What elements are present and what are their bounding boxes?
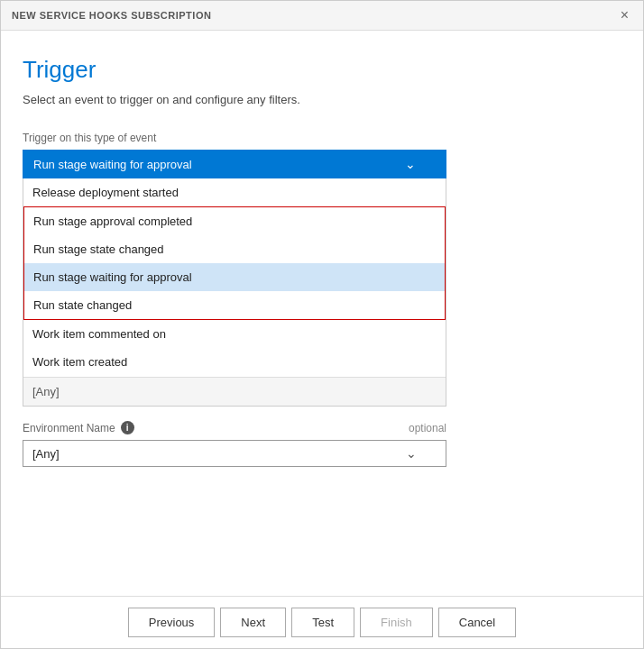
previous-button[interactable]: Previous <box>128 608 216 637</box>
list-item[interactable]: Run stage waiting for approval <box>24 263 445 291</box>
environment-label: Environment Name <box>23 422 115 434</box>
close-button[interactable]: × <box>617 8 632 23</box>
next-button[interactable]: Next <box>220 608 286 637</box>
trigger-dropdown-list: Release deployment started Run stage app… <box>23 178 446 407</box>
test-button[interactable]: Test <box>291 608 354 637</box>
environment-dropdown[interactable]: [Any] ⌄ <box>23 440 446 467</box>
page-subtitle: Select an event to trigger on and config… <box>23 93 621 106</box>
list-item[interactable]: Work item commented on <box>23 320 446 348</box>
trigger-dropdown-wrapper: Run stage waiting for approval ⌄ Release… <box>23 150 621 407</box>
list-item[interactable]: Run state changed <box>24 291 445 319</box>
dialog-footer: Previous Next Test Finish Cancel <box>1 596 643 648</box>
page-title: Trigger <box>23 56 621 84</box>
dialog: NEW SERVICE HOOKS SUBSCRIPTION × Trigger… <box>0 0 644 649</box>
chevron-down-icon: ⌄ <box>405 157 416 171</box>
any-filter: [Any] <box>23 377 446 406</box>
list-item[interactable]: Run stage state changed <box>24 235 445 263</box>
list-item[interactable]: Work item created <box>23 348 446 376</box>
optional-label: optional <box>409 422 446 434</box>
dialog-titlebar: NEW SERVICE HOOKS SUBSCRIPTION × <box>1 1 643 31</box>
env-label-left: Environment Name i <box>23 421 134 434</box>
trigger-dropdown-scrollable[interactable]: Release deployment started Run stage app… <box>23 178 446 377</box>
grouped-event-box: Run stage approval completed Run stage s… <box>23 206 446 320</box>
list-item[interactable]: Run stage approval completed <box>24 207 445 235</box>
cancel-button[interactable]: Cancel <box>438 608 516 637</box>
chevron-down-icon: ⌄ <box>406 446 417 461</box>
trigger-field-label: Trigger on this type of event <box>23 132 621 144</box>
env-selected-value: [Any] <box>32 447 60 461</box>
info-icon[interactable]: i <box>121 421 134 434</box>
trigger-selected-value: Run stage waiting for approval <box>33 158 192 171</box>
trigger-dropdown-selected[interactable]: Run stage waiting for approval ⌄ <box>23 150 446 178</box>
dialog-body: Trigger Select an event to trigger on an… <box>1 31 643 596</box>
finish-button[interactable]: Finish <box>360 608 433 637</box>
list-item[interactable]: Release deployment started <box>23 178 446 206</box>
env-label-row: Environment Name i optional <box>23 421 446 434</box>
environment-section: Environment Name i optional [Any] ⌄ <box>23 421 621 467</box>
dialog-title: NEW SERVICE HOOKS SUBSCRIPTION <box>12 10 211 21</box>
